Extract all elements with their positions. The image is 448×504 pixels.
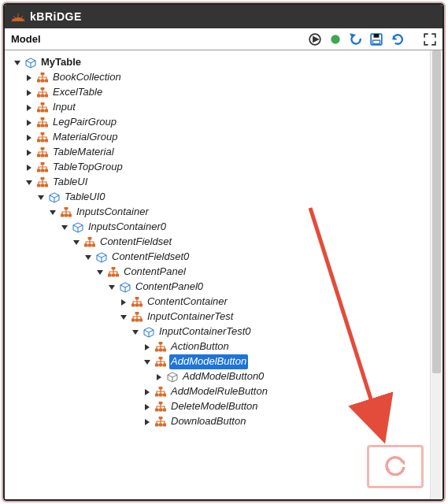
tree-row[interactable]: Input (9, 100, 439, 115)
tree-row[interactable]: ExcelTable (9, 85, 439, 100)
tree-node-label: TableUI (51, 175, 89, 190)
chevron-down-icon[interactable] (48, 208, 57, 217)
tree-row[interactable]: ContentPanel (9, 265, 439, 280)
chevron-down-icon[interactable] (60, 223, 69, 232)
chevron-right-icon[interactable] (24, 133, 34, 143)
tree-node-label: Input (51, 100, 77, 115)
tree-row[interactable]: InputsContainer0 (9, 220, 439, 235)
tree-row[interactable]: ActionButton (9, 339, 439, 354)
chevron-right-icon[interactable] (24, 88, 34, 98)
sitemap-icon (107, 266, 119, 278)
tree-row[interactable]: TableMaterial (9, 145, 439, 160)
model-panel-header: Model (5, 28, 442, 50)
chevron-right-icon[interactable] (24, 103, 34, 113)
tree-node-label: InputsContainer0 (87, 220, 168, 235)
cube-icon (72, 221, 83, 233)
cube-icon (24, 57, 36, 69)
chevron-right-icon[interactable] (143, 387, 152, 397)
tree-row[interactable]: DeleteModelButton (9, 399, 439, 414)
sitemap-icon (36, 146, 48, 158)
save-icon[interactable] (370, 33, 383, 46)
sitemap-icon (154, 356, 166, 368)
annotation-highlight-box (367, 445, 424, 488)
chevron-down-icon[interactable] (119, 313, 128, 322)
tree-node-label: DeleteModelButton (169, 399, 260, 414)
chevron-right-icon[interactable] (24, 73, 34, 83)
tree-node-label: TableMaterial (51, 145, 116, 160)
sitemap-icon (154, 416, 166, 428)
scrollbar-thumb[interactable] (432, 50, 441, 373)
cube-icon (48, 191, 60, 203)
tree-row[interactable]: BookCollection (9, 70, 439, 85)
sitemap-icon (36, 132, 48, 143)
tree-row[interactable]: InputsContainer (9, 205, 439, 220)
tree-row[interactable]: TableUI0 (9, 190, 439, 205)
sitemap-icon (154, 341, 166, 353)
logo-mark-icon (11, 12, 25, 21)
undo-icon[interactable] (350, 33, 362, 46)
chevron-right-icon[interactable] (24, 163, 34, 172)
tree-node-label: ActionButton (169, 339, 231, 354)
chevron-down-icon[interactable] (83, 253, 93, 262)
chevron-down-icon[interactable] (107, 283, 117, 292)
chevron-down-icon[interactable] (143, 358, 152, 367)
tree-row[interactable]: ContentContainer (9, 295, 439, 309)
chevron-down-icon[interactable] (131, 328, 140, 337)
sitemap-icon (131, 311, 143, 323)
tree-row[interactable]: ContentPanel0 (9, 280, 439, 295)
tree-row[interactable]: MaterialGroup (9, 130, 439, 145)
vertical-scrollbar[interactable] (430, 50, 442, 499)
chevron-right-icon[interactable] (143, 343, 152, 352)
tree-row[interactable]: AddModelButton0 (9, 369, 439, 384)
play-icon[interactable] (309, 33, 321, 46)
chevron-right-icon[interactable] (119, 298, 128, 307)
chevron-down-icon[interactable] (36, 193, 46, 202)
tree-node-label: AddModelButton (169, 354, 248, 369)
tree-row[interactable]: DownloadButton (9, 414, 439, 429)
tree-node-label: MyTable (39, 55, 83, 70)
chevron-down-icon[interactable] (13, 58, 22, 68)
expand-icon[interactable] (424, 33, 436, 46)
tree-row[interactable]: InputContainerTest (9, 309, 439, 324)
chevron-right-icon[interactable] (154, 372, 164, 382)
tree-node-label: ContentContainer (146, 295, 229, 309)
tree-row[interactable]: TableTopGroup (9, 160, 439, 175)
chevron-down-icon[interactable] (24, 178, 34, 187)
model-tree[interactable]: MyTable BookCollection ExcelTable Input … (5, 50, 442, 434)
tree-row[interactable]: TableUI (9, 175, 439, 190)
sitemap-icon (60, 206, 72, 218)
chevron-right-icon[interactable] (143, 402, 152, 412)
svg-point-8 (331, 35, 339, 43)
status-dot-icon (329, 33, 342, 46)
sitemap-icon (36, 117, 48, 128)
tree-node-label: ContentPanel (122, 265, 187, 280)
chevron-down-icon[interactable] (95, 268, 105, 277)
tree-row[interactable]: InputContainerTest0 (9, 324, 439, 339)
chevron-right-icon[interactable] (24, 148, 34, 158)
tree-node-label: DownloadButton (169, 414, 247, 429)
chevron-right-icon[interactable] (24, 118, 34, 128)
sitemap-icon (36, 87, 48, 98)
cube-icon (95, 251, 107, 263)
brand-bridge: BRiDGE (36, 10, 81, 23)
cube-icon (143, 326, 154, 338)
tree-row[interactable]: AddModelRuleButton (9, 384, 439, 399)
tree-row[interactable]: LegPairGroup (9, 115, 439, 130)
chevron-down-icon[interactable] (72, 238, 81, 247)
titlebar: kBRiDGE (5, 5, 442, 28)
refresh-icon[interactable] (391, 33, 403, 46)
tree-node-label: BookCollection (51, 70, 123, 85)
chevron-right-icon[interactable] (143, 417, 152, 427)
tree-node-label: LegPairGroup (51, 115, 118, 130)
sitemap-icon (83, 236, 95, 248)
tree-row[interactable]: ContentFieldset0 (9, 250, 439, 265)
sitemap-icon (154, 386, 166, 398)
tree-row[interactable]: AddModelButton (9, 354, 439, 369)
sitemap-icon (36, 176, 48, 188)
tree-node-label: AddModelRuleButton (169, 384, 269, 399)
tree-node-label: TableTopGroup (51, 160, 124, 175)
sitemap-icon (154, 401, 166, 413)
tree-row[interactable]: MyTable (9, 55, 439, 70)
tree-node-label: ContentPanel0 (134, 280, 205, 295)
tree-row[interactable]: ContentFieldset (9, 235, 439, 250)
